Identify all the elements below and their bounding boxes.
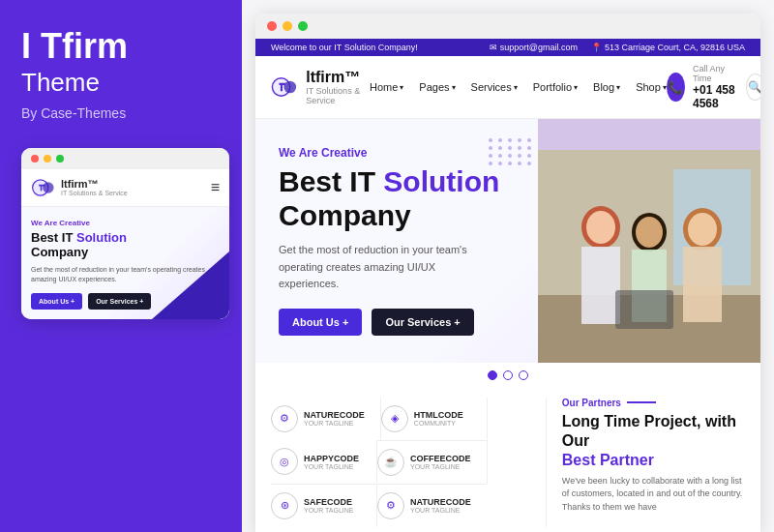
svg-point-11 [636,217,663,248]
partner-icon-2: ◈ [381,405,408,432]
nav-portfolio[interactable]: Portfolio ▾ [533,81,578,93]
partner-info-2: HTMLCODE COMMUNITY [414,410,463,427]
top-bar-right: ✉ support@gmail.com 📍 513 Carriage Court… [490,43,745,52]
hero-content: We Are Creative Best IT Solution Company… [255,119,538,363]
partner-logo-5: ⊛ SAFECODE YOUR TAGLINE [271,484,377,527]
site-hero: We Are Creative Best IT Solution Company… [255,119,760,363]
welcome-text: Welcome to our IT Solution Company! [271,43,418,52]
location-icon: 📍 [591,43,602,52]
nav-phone: 📞 Call Any Time +01 458 4568 🔍 [667,64,760,110]
brand-title: I Tfirm [21,27,221,66]
svg-point-3 [283,81,296,94]
site-nav-links: Home ▾ Pages ▾ Services ▾ Portfolio ▾ Bl… [370,81,667,93]
phone-icon: 📞 [667,73,685,102]
svg-rect-15 [683,247,722,322]
site-top-bar: Welcome to our IT Solution Company! ✉ su… [255,39,760,56]
carousel-dots [255,363,760,388]
dot-red-main [267,21,277,31]
browser-top-bar [255,14,760,39]
nav-pages[interactable]: Pages ▾ [419,81,455,93]
partners-logos: ⚙ NATURECODE YOUR TAGLINE ◈ HTMLCODE COM… [271,398,546,527]
dot-green-main [298,21,308,31]
right-panel: Welcome to our IT Solution Company! ✉ su… [242,0,774,532]
hero-photo [538,119,760,363]
mini-title-purple: Solution [76,230,127,245]
address-info: 📍 513 Carriage Court, CA, 92816 USA [591,43,745,52]
svg-rect-9 [581,247,620,324]
partner-logo-2: ◈ HTMLCODE COMMUNITY [381,398,488,440]
svg-point-8 [586,211,615,244]
partner-icon-1: ⚙ [271,405,298,432]
mini-hero: We Are Creative Best IT Solution Company… [21,207,229,320]
mini-about-button[interactable]: About Us + [31,293,82,310]
brand-subtitle: Theme [21,68,221,98]
dot-yellow-main [283,21,292,31]
phone-block: Call Any Time +01 458 4568 [693,64,738,110]
search-icon[interactable]: 🔍 [746,74,760,101]
partners-label: Our Partners [562,398,745,408]
partner-logo-4: ☕ COFFEECODE YOUR TAGLINE [377,440,488,484]
email-info: ✉ support@gmail.com [490,43,578,52]
nav-shop[interactable]: Shop ▾ [636,81,667,93]
partners-section: ⚙ NATURECODE YOUR TAGLINE ◈ HTMLCODE COM… [255,388,760,532]
mini-logo-text-block: ltfirm™ IT Solutions & Service [61,178,128,196]
partner-icon-5: ⊛ [271,492,298,519]
our-services-button[interactable]: Our Services + [372,309,473,336]
mini-browser-preview: ltfirm™ IT Solutions & Service ≡ We Are … [21,148,229,320]
mini-creative-tag: We Are Creative [31,219,220,227]
about-us-button[interactable]: About Us + [279,309,362,336]
svg-point-1 [43,182,53,192]
carousel-dot-2[interactable] [503,370,513,380]
partner-icon-6: ⚙ [377,492,404,519]
carousel-dot-1[interactable] [488,370,497,380]
partners-title-1: Long Time Project, with Our [562,413,736,449]
mini-logo-icon [31,175,56,200]
dot-green [56,155,64,163]
partner-logo-1: ⚙ NATURECODE YOUR TAGLINE [271,398,381,440]
partners-text: Our Partners Long Time Project, with Our… [546,398,745,527]
svg-rect-16 [615,290,673,329]
partner-icon-4: ☕ [377,449,404,476]
hero-image [538,119,760,363]
partner-icon-3: ◎ [271,448,298,475]
hero-title-purple: Solution [383,165,499,197]
hero-photo-svg [538,150,760,363]
partner-info-3: HAPPYCODE YOUR TAGLINE [304,454,359,470]
hero-tag: We Are Creative [279,146,515,160]
site-logo-text-block: ltfirm™ IT Solutions & Service [306,69,370,105]
nav-blog[interactable]: Blog ▾ [593,81,620,93]
dot-yellow [44,155,51,163]
partners-title-purple: Best Partner [562,452,654,468]
mini-services-button[interactable]: Our Services + [88,293,151,310]
partner-info-5: SAFECODE YOUR TAGLINE [304,497,353,514]
nav-home[interactable]: Home ▾ [370,81,403,93]
partner-info-1: NATURECODE YOUR TAGLINE [304,410,365,427]
partner-info-6: NATURECODE YOUR TAGLINE [410,497,471,514]
main-browser-mockup: Welcome to our IT Solution Company! ✉ su… [255,14,760,532]
svg-point-14 [688,213,717,246]
partners-title: Long Time Project, with Our Best Partner [562,412,745,470]
mini-hamburger-icon[interactable]: ≡ [211,179,220,196]
hero-desc: Get the most of reduction in your team's… [279,242,491,293]
brand-by: By Case-Themes [21,105,221,121]
nav-services[interactable]: Services ▾ [471,81,518,93]
partners-desc: We've been lucky to collaborate with a l… [562,475,745,515]
site-logo-icon [271,69,298,105]
mini-hero-triangle [152,251,229,319]
site-nav: ltfirm™ IT Solutions & Service Home ▾ Pa… [255,56,760,119]
mini-browser-bar [21,148,229,169]
hero-title: Best IT Solution Company [279,165,515,232]
carousel-dot-3[interactable] [519,370,528,380]
mini-title-2: Company [31,245,88,259]
left-panel: I Tfirm Theme By Case-Themes ltfirm™ IT … [0,0,242,532]
partner-logo-3: ◎ HAPPYCODE YOUR TAGLINE [271,440,377,483]
partner-info-4: COFFEECODE YOUR TAGLINE [410,454,471,470]
mini-nav: ltfirm™ IT Solutions & Service ≡ [21,169,229,207]
partner-logo-6: ⚙ NATURECODE YOUR TAGLINE [377,484,487,527]
dot-red [31,155,39,163]
email-icon: ✉ [490,43,497,52]
mini-logo: ltfirm™ IT Solutions & Service [31,175,128,200]
mini-title-1: Best IT [31,230,73,245]
hero-buttons: About Us + Our Services + [279,309,515,336]
hero-title-2: Company [279,199,411,231]
